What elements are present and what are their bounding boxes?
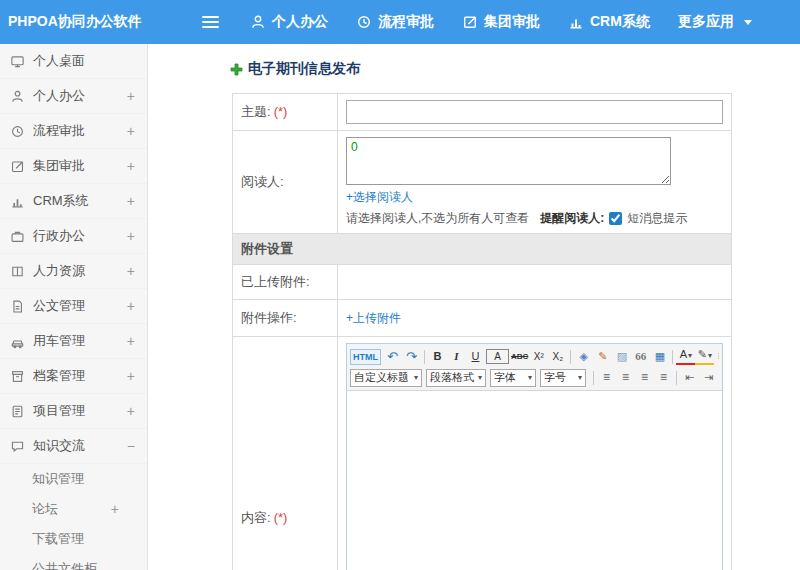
readers-textarea[interactable]: 0 [346,137,671,185]
sidebar-sublabel: 论坛 [32,500,58,518]
sidebar-label: CRM系统 [33,192,89,210]
editor-toolbar-row-2: 自定义标题▾ 段落格式▾ 字体▾ 字号▾ ≡ ≡ ≡ ≡ ⇤ [350,367,719,388]
align-left-button[interactable]: ≡ [597,369,616,386]
form-row-attachment-section: 附件设置 [233,234,732,265]
sidebar-label: 行政办公 [33,227,85,245]
paragraph-format-dropdown[interactable]: 段落格式▾ [426,369,486,387]
sidebar-label: 集团审批 [33,157,85,175]
subscript-button[interactable]: X₂ [548,348,567,365]
heading-dropdown[interactable]: 自定义标题▾ [350,369,422,387]
expand-toggle[interactable]: + [111,501,119,517]
bold-button[interactable]: B [428,348,447,365]
nav-label: CRM系统 [590,13,650,31]
topnav-personal-office[interactable]: 个人办公 [250,13,328,31]
sidebar: 个人桌面 个人办公 + 流程审批 + 集团审批 + CRM系统 + 行政办公 + [0,44,148,570]
blockquote-button[interactable]: 66 [631,348,650,365]
topnav-crm[interactable]: CRM系统 [568,13,650,31]
expand-toggle[interactable]: + [127,403,135,419]
sidebar-subitem-forum[interactable]: 论坛 + [0,494,147,524]
sidebar-item-personal-desktop[interactable]: 个人桌面 [0,44,147,79]
content-label: 内容: [241,510,271,525]
form-row-subject: 主题:(*) [233,94,732,131]
topnav-group-approval[interactable]: 集团审批 [462,13,540,31]
expand-toggle[interactable]: + [127,193,135,209]
font-family-dropdown[interactable]: 字体▾ [490,369,536,387]
sidebar-item-crm[interactable]: CRM系统 + [0,184,147,219]
bar-chart-icon [568,14,584,30]
html-source-button[interactable]: HTML [350,349,381,365]
chevron-down-icon: ▾ [708,351,712,360]
required-mark: (*) [274,104,288,119]
form-row-readers: 阅读人: 0 +选择阅读人 请选择阅读人,不选为所有人可查看 提醒阅读人: 短消… [233,131,732,234]
chevron-down-icon: ▾ [478,373,482,382]
page-title: 电子期刊信息发布 [248,60,360,78]
undo-button[interactable]: ↶ [383,348,402,365]
upload-attachment-link[interactable]: +上传附件 [346,310,401,327]
required-mark: (*) [274,510,288,525]
sidebar-subitem-public-file-cabinet[interactable]: 公共文件柜 [0,554,147,570]
sidebar-item-workflow-approval[interactable]: 流程审批 + [0,114,147,149]
sidebar-item-project-management[interactable]: 项目管理 + [0,394,147,429]
sidebar-subitem-download-management[interactable]: 下载管理 [0,524,147,554]
chat-bubble-icon [10,439,25,454]
chevron-down-icon: ▾ [688,351,692,360]
chevron-down-icon: ▾ [414,373,418,382]
expand-toggle[interactable]: + [127,298,135,314]
font-size-dropdown[interactable]: 字号▾ [540,369,586,387]
app-title: PHPOA协同办公软件 [0,13,148,31]
readers-hint: 请选择阅读人,不选为所有人可查看 [346,210,529,227]
italic-button[interactable]: I [447,348,466,365]
topnav-workflow-approval[interactable]: 流程审批 [356,13,434,31]
expand-toggle[interactable]: + [127,263,135,279]
underline-button[interactable]: U [466,348,485,365]
align-justify-button[interactable]: ≡ [654,369,673,386]
sidebar-item-knowledge-exchange[interactable]: 知识交流 − [0,429,147,464]
sidebar-item-group-approval[interactable]: 集团审批 + [0,149,147,184]
sidebar-item-document-management[interactable]: 公文管理 + [0,289,147,324]
uploaded-files-cell [338,265,732,300]
outdent-button[interactable]: ⇤ [680,369,699,386]
highlight-color-button[interactable]: ✎▾ [695,348,714,365]
indent-button[interactable]: ⇥ [699,369,718,386]
select-readers-link[interactable]: +选择阅读人 [346,189,413,206]
sidebar-label: 个人办公 [33,87,85,105]
menu-toggle-button[interactable] [202,10,226,34]
rich-text-editor: HTML ↶ ↷ B I U A ABC X² X₂ [346,343,723,570]
editor-content-area[interactable] [347,391,722,570]
font-button[interactable]: A [486,349,509,364]
strikethrough-button[interactable]: ABC [510,348,529,365]
dropdown-label: 段落格式 [430,370,474,385]
collapse-toggle[interactable]: − [127,438,135,454]
sidebar-item-archive-management[interactable]: 档案管理 + [0,359,147,394]
publish-form: 主题:(*) 阅读人: 0 +选择阅读人 请选择阅读人,不选为所有人可查看 提醒… [232,93,732,570]
expand-toggle[interactable]: + [127,333,135,349]
align-right-button[interactable]: ≡ [635,369,654,386]
superscript-button[interactable]: X² [529,348,548,365]
topnav-more-apps[interactable]: 更多应用 [678,13,752,31]
sms-notify-checkbox[interactable] [609,212,622,225]
expand-toggle[interactable]: + [127,368,135,384]
expand-toggle[interactable]: + [127,158,135,174]
redo-button[interactable]: ↷ [402,348,421,365]
dropdown-label: 自定义标题 [354,370,409,385]
sidebar-item-personal-office[interactable]: 个人办公 + [0,79,147,114]
expand-toggle[interactable]: + [127,123,135,139]
subject-input[interactable] [346,100,723,124]
sidebar-label: 流程审批 [33,122,85,140]
sidebar-subitem-knowledge-management[interactable]: 知识管理 [0,464,147,494]
font-color-button[interactable]: A▾ [676,348,695,365]
clipboard-icon [10,404,25,419]
format-painter-button[interactable]: ✎ [593,348,612,365]
insert-table-button[interactable]: ▦ [650,348,669,365]
expand-toggle[interactable]: + [127,88,135,104]
sidebar-item-admin-office[interactable]: 行政办公 + [0,219,147,254]
background-color-button[interactable]: ▨ [612,348,631,365]
remove-format-button[interactable]: ◈ [574,348,593,365]
sidebar-item-vehicle-management[interactable]: 用车管理 + [0,324,147,359]
readers-hint-row: 请选择阅读人,不选为所有人可查看 提醒阅读人: 短消息提示 [346,210,723,227]
expand-toggle[interactable]: + [127,228,135,244]
sidebar-item-hr[interactable]: 人力资源 + [0,254,147,289]
ordered-list-button[interactable]: ≡▾ [714,348,719,365]
align-center-button[interactable]: ≡ [616,369,635,386]
chevron-down-icon [744,20,752,25]
